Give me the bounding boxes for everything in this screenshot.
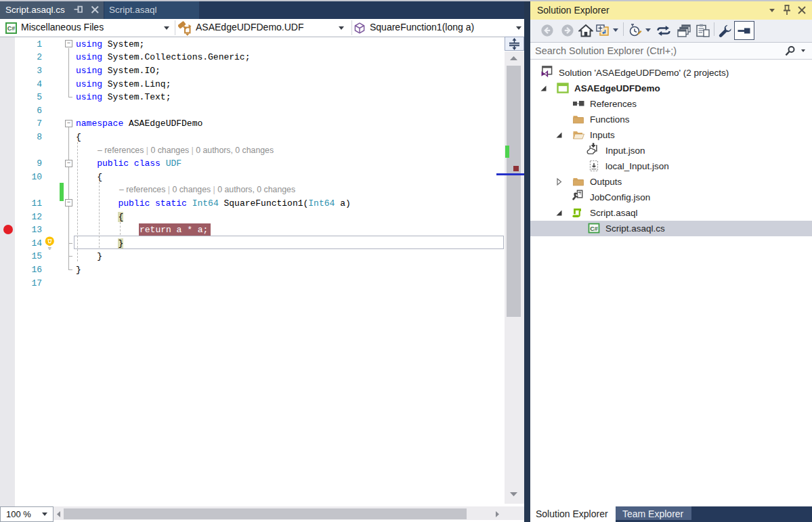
svg-text:C#: C# — [7, 25, 16, 32]
svg-text:C#: C# — [590, 225, 598, 232]
